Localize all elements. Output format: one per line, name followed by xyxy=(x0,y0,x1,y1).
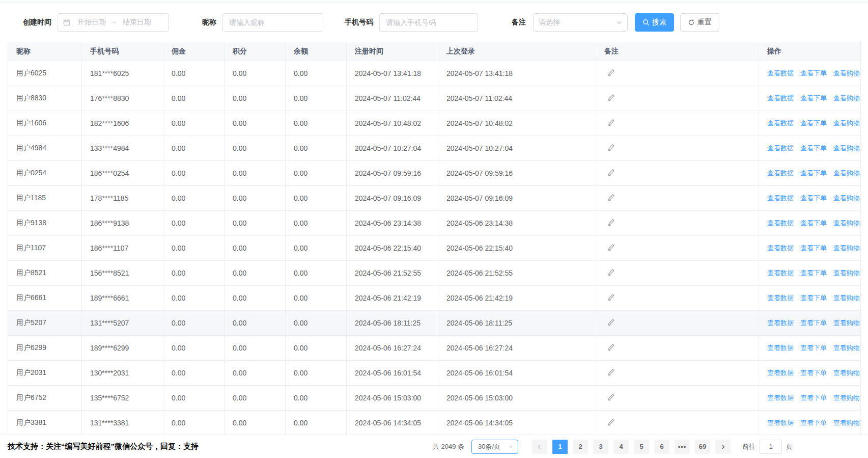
cell-phone: 181****6025 xyxy=(82,61,163,86)
view-data-link[interactable]: 查看数据 xyxy=(767,69,794,77)
cell-last-login: 2024-05-07 09:59:16 xyxy=(438,161,596,186)
view-cart-link[interactable]: 查看购物车 xyxy=(833,169,861,177)
reset-button[interactable]: 重置 xyxy=(680,13,719,32)
view-cart-link[interactable]: 查看购物车 xyxy=(833,144,861,152)
page-number-button[interactable]: 4 xyxy=(613,440,629,454)
edit-remark-button[interactable] xyxy=(607,418,615,426)
edit-remark-button[interactable] xyxy=(607,144,615,151)
next-page-button[interactable] xyxy=(715,440,731,454)
table-row: 用户5207 131****5207 0.00 0.00 0.00 2024-0… xyxy=(8,311,861,336)
table-row: 用户9138 186****9138 0.00 0.00 0.00 2024-0… xyxy=(8,211,861,236)
col-header-commission: 佣金 xyxy=(163,42,225,61)
cell-phone: 156****8521 xyxy=(82,261,163,286)
cell-points: 0.00 xyxy=(225,361,286,386)
page-number-button[interactable]: 3 xyxy=(593,440,608,454)
chevron-left-icon xyxy=(537,444,543,450)
edit-remark-button[interactable] xyxy=(607,94,615,101)
view-data-link[interactable]: 查看数据 xyxy=(767,119,794,127)
view-cart-link[interactable]: 查看购物车 xyxy=(833,344,861,352)
view-cart-link[interactable]: 查看购物车 xyxy=(833,394,861,401)
start-date-placeholder[interactable]: 开始日期 xyxy=(77,18,106,27)
page-size-select[interactable]: 30条/页 xyxy=(471,440,518,454)
search-icon xyxy=(642,19,650,26)
view-cart-link[interactable]: 查看购物车 xyxy=(833,219,861,227)
view-cart-link[interactable]: 查看购物车 xyxy=(833,94,861,102)
cell-balance: 0.00 xyxy=(286,111,347,136)
page-number-button[interactable]: 1 xyxy=(552,440,568,454)
edit-remark-button[interactable] xyxy=(607,69,615,76)
edit-remark-button[interactable] xyxy=(607,169,615,176)
edit-remark-button[interactable] xyxy=(607,368,615,376)
page-number-button[interactable]: 6 xyxy=(654,440,669,454)
edit-remark-button[interactable] xyxy=(607,194,615,201)
cell-balance: 0.00 xyxy=(286,386,347,411)
page-ellipsis-button[interactable]: ••• xyxy=(675,440,690,454)
view-orders-link[interactable]: 查看下单 xyxy=(800,69,827,77)
view-cart-link[interactable]: 查看购物车 xyxy=(833,269,861,277)
view-cart-link[interactable]: 查看购物车 xyxy=(833,319,861,327)
view-data-link[interactable]: 查看数据 xyxy=(767,344,794,352)
edit-remark-button[interactable] xyxy=(607,393,615,401)
view-orders-link[interactable]: 查看下单 xyxy=(800,269,827,277)
table-row: 用户4984 133****4984 0.00 0.00 0.00 2024-0… xyxy=(8,136,861,161)
edit-remark-button[interactable] xyxy=(607,244,615,251)
cell-actions: 查看数据 查看下单 查看购物车 xyxy=(759,336,861,361)
view-cart-link[interactable]: 查看购物车 xyxy=(833,119,861,127)
view-orders-link[interactable]: 查看下单 xyxy=(800,419,827,426)
view-orders-link[interactable]: 查看下单 xyxy=(800,294,827,302)
nickname-filter: 昵称 xyxy=(202,13,323,32)
nickname-input[interactable] xyxy=(222,13,323,32)
edit-remark-button[interactable] xyxy=(607,219,615,226)
view-data-link[interactable]: 查看数据 xyxy=(767,94,794,102)
edit-remark-button[interactable] xyxy=(607,293,615,301)
view-orders-link[interactable]: 查看下单 xyxy=(800,244,827,252)
remark-select[interactable]: 请选择 xyxy=(533,13,628,32)
page-number-button[interactable]: 5 xyxy=(634,440,649,454)
cell-balance: 0.00 xyxy=(286,336,347,361)
view-cart-link[interactable]: 查看购物车 xyxy=(833,294,861,302)
view-data-link[interactable]: 查看数据 xyxy=(767,419,794,426)
view-cart-link[interactable]: 查看购物车 xyxy=(833,69,861,77)
view-orders-link[interactable]: 查看下单 xyxy=(800,194,827,202)
view-data-link[interactable]: 查看数据 xyxy=(767,269,794,277)
view-orders-link[interactable]: 查看下单 xyxy=(800,394,827,401)
view-data-link[interactable]: 查看数据 xyxy=(767,144,794,152)
view-data-link[interactable]: 查看数据 xyxy=(767,244,794,252)
view-orders-link[interactable]: 查看下单 xyxy=(800,169,827,177)
view-data-link[interactable]: 查看数据 xyxy=(767,394,794,401)
view-data-link[interactable]: 查看数据 xyxy=(767,319,794,327)
date-range-picker[interactable]: 开始日期 - 结束日期 xyxy=(58,13,169,32)
users-table: 昵称 手机号码 佣金 积分 余额 注册时间 上次登录 备注 操作 用户6025 … xyxy=(8,42,861,436)
edit-remark-button[interactable] xyxy=(607,318,615,326)
view-cart-link[interactable]: 查看购物车 xyxy=(833,194,861,202)
edit-remark-button[interactable] xyxy=(607,119,615,126)
view-orders-link[interactable]: 查看下单 xyxy=(800,369,827,376)
view-data-link[interactable]: 查看数据 xyxy=(767,169,794,177)
view-cart-link[interactable]: 查看购物车 xyxy=(833,369,861,376)
cell-nickname: 用户6752 xyxy=(8,386,82,411)
view-data-link[interactable]: 查看数据 xyxy=(767,294,794,302)
view-orders-link[interactable]: 查看下单 xyxy=(800,319,827,327)
view-cart-link[interactable]: 查看购物车 xyxy=(833,419,861,426)
search-button[interactable]: 搜索 xyxy=(635,13,674,32)
phone-input[interactable] xyxy=(379,13,478,32)
end-date-placeholder[interactable]: 结束日期 xyxy=(123,18,151,27)
page-number-button[interactable]: 2 xyxy=(573,440,588,454)
cell-remark xyxy=(596,211,759,236)
view-orders-link[interactable]: 查看下单 xyxy=(800,119,827,127)
edit-remark-button[interactable] xyxy=(607,343,615,351)
view-orders-link[interactable]: 查看下单 xyxy=(800,94,827,102)
view-orders-link[interactable]: 查看下单 xyxy=(800,219,827,227)
goto-page-input[interactable] xyxy=(760,440,782,454)
cell-last-login: 2024-05-07 11:02:44 xyxy=(438,86,596,111)
view-orders-link[interactable]: 查看下单 xyxy=(800,144,827,152)
prev-page-button[interactable] xyxy=(532,440,547,454)
view-data-link[interactable]: 查看数据 xyxy=(767,194,794,202)
view-cart-link[interactable]: 查看购物车 xyxy=(833,244,861,252)
phone-filter: 手机号码 xyxy=(345,13,478,32)
view-orders-link[interactable]: 查看下单 xyxy=(800,344,827,352)
page-number-button[interactable]: 69 xyxy=(695,440,710,454)
view-data-link[interactable]: 查看数据 xyxy=(767,219,794,227)
view-data-link[interactable]: 查看数据 xyxy=(767,369,794,376)
edit-remark-button[interactable] xyxy=(607,268,615,276)
